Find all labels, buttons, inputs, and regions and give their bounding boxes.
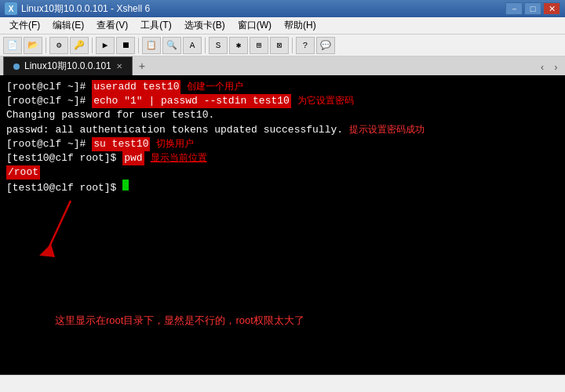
bottom-note: 这里显示在root目录下，显然是不行的，root权限太大了 (55, 314, 304, 328)
toolbar-btn5[interactable]: ▶ (96, 37, 115, 54)
maximize-button[interactable]: □ (524, 2, 541, 15)
menu-window[interactable]: 窗口(W) (231, 17, 278, 34)
status-bar (0, 375, 565, 392)
terminal-line-7: /root (6, 165, 559, 180)
terminal-line-6: [test10@clf root]$ pwd 显示当前位置 (6, 151, 559, 165)
cursor (122, 180, 129, 191)
menu-help[interactable]: 帮助(H) (278, 17, 323, 34)
toolbar-new[interactable]: 📄 (3, 37, 22, 54)
window-title: Linux10期10.0.0.101 - Xshell 6 (21, 2, 505, 16)
cmd-2: echo "1" | passwd --stdin test10 (92, 94, 291, 108)
toolbar-btn9[interactable]: A (183, 37, 202, 54)
menu-file[interactable]: 文件(F) (3, 17, 46, 34)
svg-marker-1 (39, 244, 55, 257)
title-bar: X Linux10期10.0.0.101 - Xshell 6 － □ ✕ (0, 0, 565, 17)
active-tab[interactable]: Linux10期10.0.0.101 ✕ (3, 56, 133, 75)
menu-tabs[interactable]: 选项卡(B) (178, 17, 231, 34)
prompt-2: [root@clf ~]# (6, 94, 92, 108)
toolbar-open[interactable]: 📂 (24, 37, 42, 54)
toolbar-btn15[interactable]: 💬 (316, 37, 335, 54)
prompt-5: [root@clf ~]# (6, 137, 92, 151)
annotation-2: 为它设置密码 (297, 94, 354, 107)
tab-nav-right[interactable]: › (550, 61, 562, 75)
prompt-6: [test10@clf root]$ (6, 151, 122, 165)
annotation-1: 创建一个用户 (187, 80, 243, 93)
toolbar-sep5 (292, 38, 293, 53)
menu-bar: 文件(F) 编辑(E) 查看(V) 工具(T) 选项卡(B) 窗口(W) 帮助(… (0, 17, 565, 34)
toolbar-btn12[interactable]: ⊞ (250, 37, 268, 54)
svg-line-0 (47, 201, 71, 252)
toolbar-btn10[interactable]: S (209, 37, 228, 54)
prompt-1: [root@clf ~]# (6, 80, 92, 94)
toolbar-btn11[interactable]: ✱ (229, 37, 248, 54)
terminal[interactable]: [root@clf ~]# useradd test10 创建一个用户 [roo… (0, 75, 565, 375)
cmd-1: useradd test10 (92, 80, 180, 94)
terminal-line-4: passwd: all authentication tokens update… (6, 123, 559, 137)
close-button[interactable]: ✕ (543, 2, 560, 15)
add-tab-button[interactable]: + (133, 58, 151, 75)
output-passwd: passwd: all authentication tokens update… (6, 123, 343, 137)
cmd-5: su test10 (92, 137, 150, 151)
toolbar-btn4[interactable]: 🔑 (70, 37, 89, 54)
menu-tools[interactable]: 工具(T) (134, 17, 177, 34)
tab-nav-left[interactable]: ‹ (537, 61, 549, 75)
annotation-6: 显示当前位置 (151, 151, 207, 165)
toolbar-btn14[interactable]: ? (296, 37, 315, 54)
tab-bar: Linux10期10.0.0.101 ✕ + ‹ › (0, 56, 565, 75)
output-changing: Changing password for user test10. (6, 108, 214, 122)
toolbar-btn13[interactable]: ⊠ (270, 37, 289, 54)
terminal-line-5: [root@clf ~]# su test10 切换用户 (6, 137, 559, 151)
terminal-line-2: [root@clf ~]# echo "1" | passwd --stdin … (6, 94, 559, 108)
cmd-6: pwd (122, 151, 144, 165)
terminal-line-3: Changing password for user test10. (6, 108, 559, 122)
toolbar-btn6[interactable]: ⏹ (116, 37, 135, 54)
window-icon: X (5, 2, 17, 15)
tab-indicator (13, 64, 20, 70)
annotation-passwd: 提示设置密码成功 (349, 123, 425, 136)
arrow-icon (24, 193, 102, 263)
menu-view[interactable]: 查看(V) (90, 17, 134, 34)
toolbar-sep1 (46, 38, 46, 53)
toolbar-btn8[interactable]: 🔍 (162, 37, 181, 54)
output-root: /root (6, 165, 40, 180)
tab-label: Linux10期10.0.0.101 (24, 60, 111, 73)
annotation-5: 切换用户 (156, 137, 194, 151)
toolbar: 📄 📂 ⚙ 🔑 ▶ ⏹ 📋 🔍 A S ✱ ⊞ ⊠ ? 💬 (0, 34, 565, 56)
menu-edit[interactable]: 编辑(E) (46, 17, 90, 34)
toolbar-sep2 (92, 38, 93, 53)
toolbar-sep4 (205, 38, 206, 53)
minimize-button[interactable]: － (505, 2, 523, 15)
toolbar-btn3[interactable]: ⚙ (49, 37, 68, 54)
terminal-line-1: [root@clf ~]# useradd test10 创建一个用户 (6, 80, 559, 94)
toolbar-sep3 (138, 38, 139, 53)
tab-close-icon[interactable]: ✕ (116, 62, 122, 71)
toolbar-btn7[interactable]: 📋 (142, 37, 161, 54)
